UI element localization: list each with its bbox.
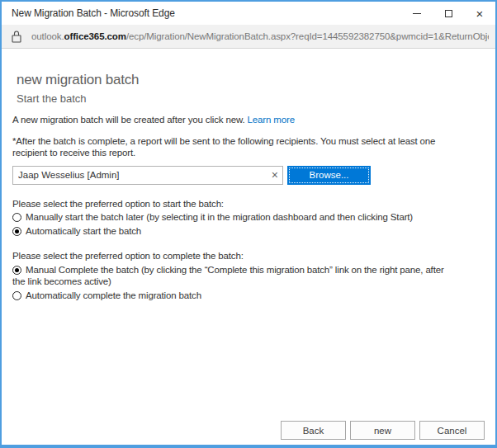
radio-button-complete-automatically[interactable] xyxy=(12,291,21,300)
edge-popup-window: New Migration Batch - Microsoft Edge × o… xyxy=(0,0,497,448)
maximize-button[interactable] xyxy=(433,2,464,25)
recipients-note: *After the batch is complete, a report w… xyxy=(12,135,471,159)
close-button[interactable]: × xyxy=(464,2,495,25)
address-bar[interactable]: outlook.office365.com/ecp/Migration/NewM… xyxy=(2,25,495,49)
recipient-input[interactable] xyxy=(12,166,283,185)
radio-option-start-automatically[interactable]: Automatically start the batch xyxy=(12,225,485,238)
wizard-footer: Back new Cancel xyxy=(281,421,485,440)
url-prefix: outlook. xyxy=(31,31,64,41)
intro-text: A new migration batch will be created af… xyxy=(12,115,245,125)
back-button[interactable]: Back xyxy=(281,421,346,440)
start-section-label: Please select the preferred option to st… xyxy=(12,198,485,210)
url-path: /ecp/Migration/NewMigrationBatch.aspx?re… xyxy=(126,31,489,41)
lock-icon[interactable] xyxy=(12,31,21,43)
cancel-button[interactable]: Cancel xyxy=(419,421,485,440)
intro-paragraph: A new migration batch will be created af… xyxy=(12,114,485,126)
browse-button[interactable]: Browse... xyxy=(287,166,371,185)
radio-label: Manual Complete the batch (by clicking t… xyxy=(12,265,444,287)
recipient-field-row: × Browse... xyxy=(12,166,485,185)
radio-option-complete-automatically[interactable]: Automatically complete the migration bat… xyxy=(12,290,485,302)
close-icon: × xyxy=(476,7,484,20)
radio-label: Automatically start the batch xyxy=(26,226,141,236)
url-text: outlook.office365.com/ecp/Migration/NewM… xyxy=(31,31,489,41)
radio-button-start-manually[interactable] xyxy=(12,213,21,222)
clear-recipient-icon[interactable]: × xyxy=(270,167,280,182)
radio-option-start-manually[interactable]: Manually start the batch later (by selec… xyxy=(12,211,485,224)
complete-section-label: Please select the preferred option to co… xyxy=(12,250,485,262)
page-title: new migration batch xyxy=(17,72,485,88)
new-button[interactable]: new xyxy=(350,421,415,440)
radio-label: Automatically complete the migration bat… xyxy=(26,290,201,300)
minimize-button[interactable] xyxy=(401,2,433,25)
recipient-field-wrap: × xyxy=(12,166,283,185)
url-domain: office365.com xyxy=(64,31,125,41)
window-title: New Migration Batch - Microsoft Edge xyxy=(2,7,401,19)
minimize-icon xyxy=(413,13,421,14)
radio-option-complete-manually[interactable]: Manual Complete the batch (by clicking t… xyxy=(12,264,454,288)
radio-label: Manually start the batch later (by selec… xyxy=(26,212,413,222)
radio-button-complete-manually[interactable] xyxy=(12,266,21,275)
wizard-content: new migration batch Start the batch A ne… xyxy=(2,72,495,301)
radio-button-start-automatically[interactable] xyxy=(12,227,21,236)
learn-more-link[interactable]: Learn more xyxy=(248,115,295,125)
page-subtitle: Start the batch xyxy=(17,92,485,105)
maximize-icon xyxy=(445,10,452,17)
title-bar: New Migration Batch - Microsoft Edge × xyxy=(2,2,495,25)
